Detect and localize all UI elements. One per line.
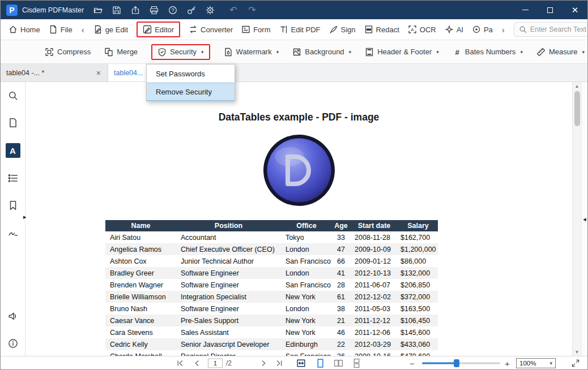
- page-number-input[interactable]: [208, 358, 223, 368]
- password-button[interactable]: [186, 5, 197, 15]
- table-cell: 38: [332, 303, 350, 315]
- close-tab-icon[interactable]: ×: [95, 68, 102, 78]
- tab-redact[interactable]: Redact: [364, 25, 399, 34]
- scroll-down-icon[interactable]: ▼: [573, 348, 581, 356]
- key-icon: [187, 6, 196, 15]
- table-cell: San Francisco: [281, 350, 332, 356]
- read-aloud-icon[interactable]: [6, 309, 20, 323]
- background-button[interactable]: Background ▾: [292, 48, 351, 57]
- column-header: Position: [176, 220, 281, 231]
- close-button[interactable]: ✕: [563, 1, 587, 19]
- search-box[interactable]: [514, 22, 588, 37]
- save-button[interactable]: [112, 5, 122, 15]
- table-cell: 2012-10-13: [350, 267, 398, 279]
- tab-ai[interactable]: AI: [445, 25, 463, 34]
- ribbon-scroll-left-icon[interactable]: ‹: [81, 25, 85, 35]
- tab-editor[interactable]: Editor: [137, 21, 180, 37]
- settings-button[interactable]: [205, 5, 215, 15]
- svg-text:?: ?: [172, 7, 174, 13]
- bates-numbers-button[interactable]: # Bates Numbers ▾: [453, 48, 523, 57]
- outline-panel-icon[interactable]: [6, 171, 20, 185]
- document-tab-1[interactable]: table04 -... * ×: [1, 64, 108, 81]
- next-page-button[interactable]: [260, 359, 267, 367]
- tab-sign[interactable]: Sign: [329, 25, 356, 34]
- zoom-slider-track[interactable]: [422, 362, 500, 364]
- annotation-panel-icon[interactable]: A: [6, 143, 20, 158]
- scrollbar-thumb[interactable]: [574, 91, 580, 126]
- panel-expand-left-icon[interactable]: ▸: [23, 213, 27, 221]
- signature-panel-icon[interactable]: [6, 226, 20, 239]
- undo-button[interactable]: ↶: [228, 5, 238, 15]
- menu-item-set-passwords[interactable]: Set Passwords: [147, 64, 235, 83]
- save-icon: [112, 6, 121, 15]
- redo-button[interactable]: ↷: [247, 5, 257, 15]
- export-button[interactable]: [130, 5, 140, 15]
- minimize-button[interactable]: [513, 1, 538, 19]
- table-row: Brenden Wagner Software Engineer San Fra…: [105, 279, 438, 291]
- table-cell: $106,450: [398, 315, 438, 326]
- menu-item-remove-security[interactable]: Remove Security: [147, 83, 235, 101]
- watermark-button[interactable]: Watermark ▾: [224, 48, 279, 57]
- fullscreen-button[interactable]: [572, 359, 580, 367]
- tab-edit-pdf[interactable]: Edit PDF: [279, 25, 321, 34]
- tab-home[interactable]: Home: [8, 25, 40, 34]
- app-logo-icon: P: [6, 5, 18, 16]
- maximize-icon: [547, 7, 553, 13]
- table-cell: 2008-11-28: [350, 231, 398, 243]
- security-button[interactable]: Security ▾: [151, 44, 210, 60]
- table-cell: $372,000: [398, 291, 438, 303]
- help-button[interactable]: ?: [168, 5, 178, 15]
- table-cell: Integration Specialist: [176, 291, 281, 303]
- table-cell: Caesar Vance: [105, 315, 176, 326]
- single-page-icon: [316, 358, 325, 368]
- continuous-scroll-view-button[interactable]: [352, 358, 361, 368]
- bates-numbers-icon: #: [453, 48, 462, 57]
- table-cell: Sales Assistant: [176, 326, 281, 338]
- measure-button[interactable]: Measure ▾: [536, 48, 585, 57]
- table-body: Airi Satou Accountant Tokyo 33 2008-11-2…: [105, 231, 438, 356]
- file-icon: [49, 25, 58, 34]
- zoom-out-button[interactable]: −: [410, 358, 415, 368]
- table-cell: $162,700: [398, 231, 438, 243]
- compress-button[interactable]: Compress: [45, 48, 91, 57]
- table-cell: $206,850: [398, 279, 438, 291]
- search-input[interactable]: [530, 25, 588, 33]
- titlebar: P Cisdem PDFMaster ? ↶: [1, 1, 587, 19]
- tab-file[interactable]: File: [49, 25, 73, 34]
- tab-converter[interactable]: Converter: [189, 25, 233, 34]
- open-file-button[interactable]: [93, 5, 103, 15]
- vertical-scrollbar[interactable]: ▲ ▼: [572, 82, 581, 356]
- chevron-down-icon: ▾: [520, 49, 523, 55]
- table-cell: Brielle Williamson: [105, 291, 176, 303]
- left-panel-bar: A: [1, 82, 25, 356]
- tab-page-edit[interactable]: ge Edit: [93, 25, 128, 34]
- zoom-in-button[interactable]: +: [505, 358, 510, 368]
- header-footer-button[interactable]: Header & Footer ▾: [365, 48, 439, 57]
- window-controls: ✕: [513, 1, 587, 19]
- tab-page-view[interactable]: Pa: [472, 25, 493, 34]
- info-icon[interactable]: [6, 337, 20, 350]
- search-panel-icon[interactable]: [6, 89, 20, 102]
- zoom-level-dropdown[interactable]: 100% ▾: [516, 358, 556, 368]
- panel-expand-right-icon[interactable]: ◂: [583, 216, 586, 223]
- fit-width-button[interactable]: [296, 358, 306, 368]
- maximize-button[interactable]: [538, 1, 563, 19]
- zoom-slider-handle[interactable]: [454, 359, 459, 367]
- tab-form[interactable]: Form: [241, 25, 270, 34]
- thumbnails-panel-icon[interactable]: [6, 116, 20, 130]
- bookmarks-panel-icon[interactable]: [6, 199, 20, 212]
- last-page-button[interactable]: [276, 359, 283, 367]
- chevron-down-icon: ▾: [349, 49, 352, 55]
- merge-button[interactable]: Merge: [104, 48, 138, 57]
- tab-ocr[interactable]: A OCR: [408, 25, 436, 34]
- first-page-button[interactable]: [176, 359, 184, 367]
- pdf-page[interactable]: DataTables example - PDF - image: [25, 82, 572, 356]
- single-page-view-button[interactable]: [316, 358, 325, 368]
- previous-page-button[interactable]: [193, 359, 201, 367]
- facing-pages-view-button[interactable]: [334, 358, 343, 368]
- zoom-level-value: 100%: [519, 360, 536, 367]
- scroll-up-icon[interactable]: ▲: [573, 82, 581, 90]
- table-cell: Senior Javascript Developer: [176, 338, 281, 350]
- ribbon-scroll-right-icon[interactable]: ›: [501, 25, 505, 35]
- print-button[interactable]: [149, 5, 159, 15]
